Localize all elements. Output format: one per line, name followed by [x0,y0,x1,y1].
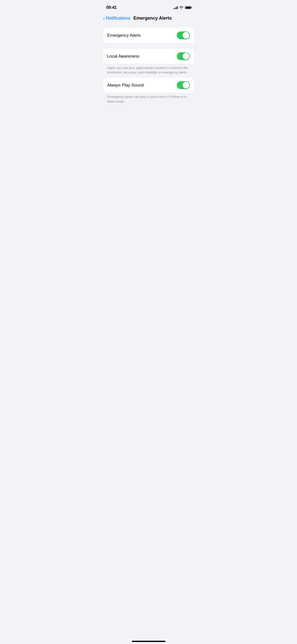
status-bar: 09:41 [99,0,198,14]
emergency-alerts-toggle-thumb [183,32,189,39]
back-chevron-icon: ‹ [103,16,105,21]
emergency-alerts-label: Emergency Alerts [107,33,141,38]
local-awareness-row: Local Awareness [103,49,194,64]
signal-bar-2 [175,8,175,9]
signal-bar-4 [177,6,178,9]
battery-icon [185,6,192,9]
always-play-sound-description: Emergency alerts can play a sound even i… [103,93,194,107]
local-awareness-group: Local Awareness Apple can use your appro… [103,49,194,107]
settings-content: Emergency Alerts Local Awareness Apple c… [99,24,198,107]
always-play-sound-card: Always Play Sound [103,78,194,93]
status-time: 09:41 [106,5,117,10]
emergency-alerts-row: Emergency Alerts [103,28,194,43]
local-awareness-toggle-thumb [183,53,189,60]
emergency-alerts-toggle[interactable] [177,31,190,39]
emergency-alerts-group: Emergency Alerts [103,28,194,43]
page-title: Emergency Alerts [134,16,172,21]
signal-icon [173,6,178,9]
back-button[interactable]: ‹ Notifications [103,16,131,21]
spacer-1 [103,45,194,49]
local-awareness-description: Apple can use your approximate location … [103,64,194,78]
local-awareness-toggle[interactable] [177,52,190,60]
signal-bar-1 [173,8,174,9]
always-play-sound-toggle[interactable] [177,81,190,89]
emergency-alerts-card: Emergency Alerts [103,28,194,43]
signal-bar-3 [176,7,177,9]
local-awareness-label: Local Awareness [107,54,139,59]
wifi-icon [179,6,183,9]
local-awareness-card: Local Awareness [103,49,194,64]
always-play-sound-row: Always Play Sound [103,78,194,93]
always-play-sound-label: Always Play Sound [107,83,144,88]
back-label: Notifications [106,16,131,21]
nav-header: ‹ Notifications Emergency Alerts [99,14,198,24]
status-icons [173,6,192,9]
